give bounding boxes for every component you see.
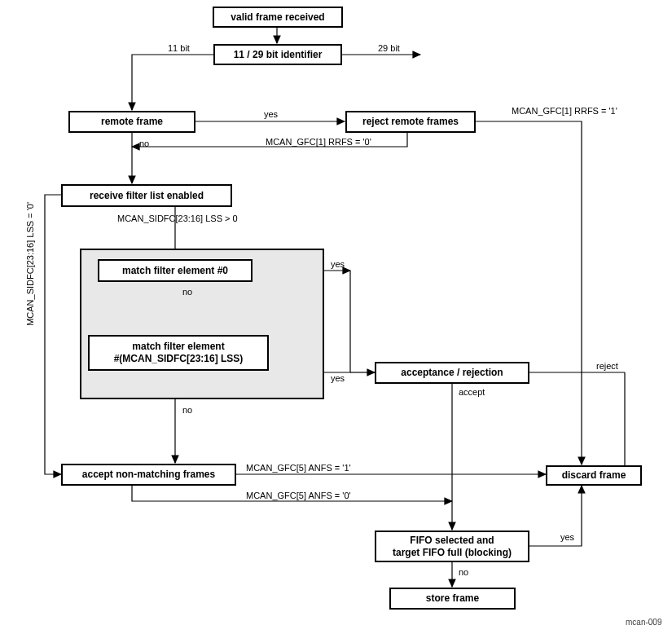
box-match-0: match filter element #0 [98, 259, 253, 282]
label-lss-gt0: MCAN_SIDFC[23:16] LSS > 0 [117, 214, 238, 223]
label-matchn-yes: yes [331, 373, 345, 383]
label-match0-yes: yes [331, 259, 345, 269]
label-shaded-no: no [182, 405, 192, 415]
label-match0-no: no [182, 287, 192, 297]
footer-id: mcan-009 [626, 618, 661, 627]
box-accept-reject: acceptance / rejection [375, 362, 529, 384]
box-discard: discard frame [546, 465, 642, 486]
label-fifo-no: no [459, 567, 468, 577]
label-fifo-yes: yes [560, 532, 574, 542]
box-match-n-l2: #(MCAN_SIDFC[23:16] LSS) [114, 353, 244, 365]
label-anfs1: MCAN_GFC[5] ANFS = '1' [246, 463, 351, 473]
box-identifier: 11 / 29 bit identifier [213, 44, 342, 65]
label-11bit: 11 bit [168, 43, 190, 53]
box-accept-nonmatch: accept non-matching frames [61, 464, 236, 486]
box-store: store frame [389, 588, 516, 610]
box-valid-frame: valid frame received [213, 7, 343, 28]
box-reject-remote: reject remote frames [345, 111, 476, 133]
label-anfs0: MCAN_GFC[5] ANFS = '0' [246, 491, 351, 500]
label-lss-eq0: MCAN_SIDFC[23:16] LSS = '0' [25, 202, 35, 326]
box-fifo-l2: target FIFO full (blocking) [393, 547, 512, 559]
box-remote-frame: remote frame [68, 111, 195, 133]
label-ar-reject: reject [596, 361, 618, 371]
box-fifo: FIFO selected and target FIFO full (bloc… [375, 531, 529, 562]
label-rrfs0: MCAN_GFC[1] RRFS = '0' [266, 137, 371, 147]
label-remote-yes: yes [264, 109, 278, 119]
label-remote-no: no [139, 139, 149, 148]
box-filter-list: receive filter list enabled [61, 184, 232, 207]
label-ar-accept: accept [459, 387, 485, 397]
box-match-n-l1: match filter element [114, 341, 244, 353]
box-match-n: match filter element #(MCAN_SIDFC[23:16]… [88, 335, 269, 371]
label-29bit: 29 bit [378, 43, 400, 53]
box-fifo-l1: FIFO selected and [393, 535, 512, 547]
label-rrfs1: MCAN_GFC[1] RRFS = '1' [512, 106, 617, 116]
